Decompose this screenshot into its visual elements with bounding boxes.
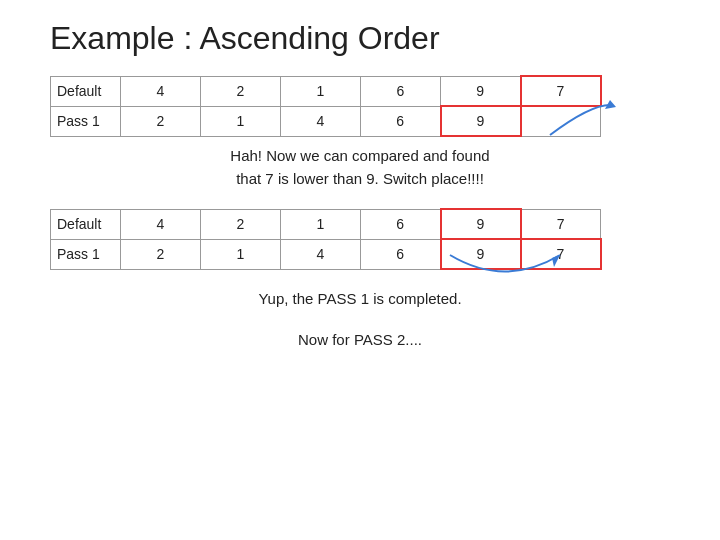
- cell-d2-6: 7: [521, 209, 601, 239]
- section2-message1: Yup, the PASS 1 is completed.: [40, 288, 680, 311]
- cell-p1-4: 6: [361, 106, 441, 136]
- cell-d2-1: 4: [121, 209, 201, 239]
- section1: Default 4 2 1 6 9 7 Pass 1 2 1 4 6 9: [40, 75, 680, 137]
- cell-d1-5: 9: [441, 76, 521, 106]
- cell-p2-6: 7: [521, 239, 601, 269]
- section2-message2: Now for PASS 2....: [40, 329, 680, 352]
- table-row: Pass 1 2 1 4 6 9: [51, 106, 601, 136]
- cell-d1-3: 1: [281, 76, 361, 106]
- label-pass1-1: Pass 1: [51, 106, 121, 136]
- page-title: Example : Ascending Order: [50, 20, 680, 57]
- cell-p1-3: 4: [281, 106, 361, 136]
- table-row: Pass 1 2 1 4 6 9 7: [51, 239, 601, 269]
- cell-d2-2: 2: [201, 209, 281, 239]
- cell-d1-1: 4: [121, 76, 201, 106]
- cell-d1-2: 2: [201, 76, 281, 106]
- section1-message: Hah! Now we can compared and found that …: [40, 145, 680, 190]
- section2: Default 4 2 1 6 9 7 Pass 1 2 1 4 6 9 7: [40, 208, 680, 270]
- cell-p1-5: 9: [441, 106, 521, 136]
- svg-marker-0: [605, 100, 616, 109]
- table1: Default 4 2 1 6 9 7 Pass 1 2 1 4 6 9: [50, 75, 602, 137]
- cell-d2-5: 9: [441, 209, 521, 239]
- cell-p1-1: 2: [121, 106, 201, 136]
- page: Example : Ascending Order Default 4 2 1 …: [0, 0, 720, 540]
- table-row: Default 4 2 1 6 9 7: [51, 209, 601, 239]
- table2: Default 4 2 1 6 9 7 Pass 1 2 1 4 6 9 7: [50, 208, 602, 270]
- cell-p2-5: 9: [441, 239, 521, 269]
- cell-p1-6: [521, 106, 601, 136]
- cell-p2-1: 2: [121, 239, 201, 269]
- label-default2: Default: [51, 209, 121, 239]
- table-row: Default 4 2 1 6 9 7: [51, 76, 601, 106]
- cell-d2-3: 1: [281, 209, 361, 239]
- cell-p2-4: 6: [361, 239, 441, 269]
- cell-d1-4: 6: [361, 76, 441, 106]
- label-default1: Default: [51, 76, 121, 106]
- label-pass1-2: Pass 1: [51, 239, 121, 269]
- cell-p1-2: 1: [201, 106, 281, 136]
- cell-d1-6: 7: [521, 76, 601, 106]
- cell-p2-3: 4: [281, 239, 361, 269]
- cell-p2-2: 1: [201, 239, 281, 269]
- cell-d2-4: 6: [361, 209, 441, 239]
